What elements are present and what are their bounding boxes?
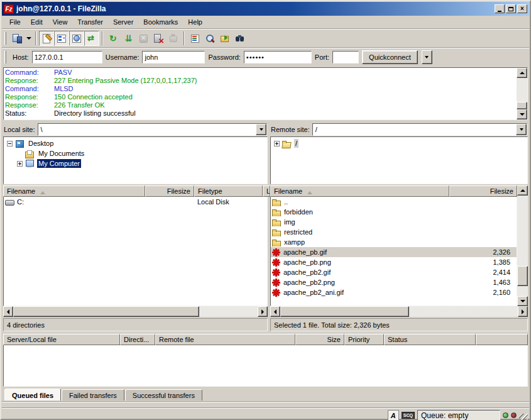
scroll-up-button[interactable] — [517, 185, 528, 196]
menu-view[interactable]: View — [48, 16, 73, 28]
tree-item-my-computer[interactable]: My Computer — [4, 158, 267, 169]
resize-grip[interactable] — [519, 414, 528, 420]
scrollbar-thumb[interactable] — [13, 306, 199, 317]
remote-file-row[interactable]: img — [271, 217, 517, 227]
toggle-queue-button[interactable] — [84, 31, 99, 46]
column-header-remote-file[interactable]: Remote file — [155, 334, 295, 345]
scroll-left-button[interactable] — [3, 306, 13, 317]
tree-item-desktop[interactable]: Desktop — [4, 138, 267, 148]
toggle-local-tree-button[interactable] — [54, 31, 69, 46]
remote-file-row[interactable]: apache_pb2.png 1,463 — [271, 277, 517, 287]
quickconnect-grip[interactable] — [4, 51, 6, 64]
remote-file-row[interactable]: restricted — [271, 227, 517, 237]
remote-file-row[interactable]: .. — [271, 197, 517, 207]
site-manager-dropdown[interactable] — [25, 31, 33, 46]
column-header-filename[interactable]: Filename — [270, 185, 449, 197]
scroll-left-button[interactable] — [270, 306, 280, 317]
toolbar-grip[interactable] — [4, 32, 6, 45]
tree-item-my-documents[interactable]: My Documents — [4, 148, 267, 158]
title-bar[interactable]: Fz john@127.0.0.1 - FileZilla × — [2, 2, 529, 16]
remote-file-row[interactable]: apache_pb2_ani.gif 2,160 — [271, 287, 517, 297]
column-header-server-local-file[interactable]: Server/Local file — [3, 334, 120, 345]
minimize-button[interactable] — [495, 4, 505, 13]
local-site-combo[interactable]: \ — [38, 123, 267, 136]
cancel-operation-button[interactable] — [136, 31, 151, 46]
tab-successful-transfers[interactable]: Successful transfers — [125, 389, 202, 401]
local-horizontal-scrollbar[interactable] — [3, 306, 268, 317]
log-vertical-scrollbar[interactable] — [517, 68, 527, 119]
menu-bookmarks[interactable]: Bookmarks — [138, 16, 183, 28]
refresh-button[interactable] — [106, 31, 121, 46]
scroll-down-button[interactable] — [517, 109, 527, 119]
menu-help[interactable]: Help — [183, 16, 207, 28]
remote-file-row[interactable]: forbidden — [271, 207, 517, 217]
sync-browsing-button[interactable] — [217, 31, 233, 46]
scroll-right-button[interactable] — [258, 306, 268, 317]
remote-file-row[interactable]: apache_pb.gif 2,326 — [271, 247, 517, 257]
remote-horizontal-scrollbar[interactable] — [270, 306, 528, 317]
speedlimit-indicator[interactable]: SCQ — [402, 412, 415, 419]
username-input[interactable] — [142, 51, 205, 64]
menu-edit[interactable]: Edit — [26, 16, 48, 28]
remote-site-combo-button[interactable] — [516, 124, 527, 135]
scrollbar-thumb[interactable] — [517, 102, 527, 109]
file-icon — [272, 238, 282, 246]
tree-item-root[interactable]: / — [271, 138, 527, 148]
transfer-type-indicator[interactable]: A — [388, 410, 399, 420]
scroll-up-button[interactable] — [517, 68, 527, 78]
toolbar-icon — [168, 33, 178, 43]
disconnect-button[interactable] — [151, 31, 166, 46]
remote-file-row[interactable]: apache_pb2.gif 2,414 — [271, 267, 517, 277]
expander-icon[interactable] — [17, 161, 23, 167]
local-site-combo-button[interactable] — [256, 124, 266, 135]
scroll-down-button[interactable] — [517, 296, 528, 306]
sort-ascending-icon — [307, 189, 312, 194]
column-header-filename[interactable]: Filename — [3, 185, 145, 197]
process-queue-button[interactable] — [121, 31, 136, 46]
remote-file-row[interactable]: xampp — [271, 237, 517, 247]
tab-failed-transfers[interactable]: Failed transfers — [62, 389, 124, 401]
file-name-cell: forbidden — [271, 208, 450, 216]
queue-list[interactable] — [3, 345, 528, 387]
filter-button[interactable] — [187, 31, 202, 46]
scrollbar-thumb[interactable] — [280, 306, 409, 317]
expander-icon[interactable] — [274, 141, 280, 146]
column-header-filetype[interactable]: Filetype — [194, 185, 263, 197]
column-header-filesize[interactable]: Filesize — [449, 185, 517, 197]
column-header-size[interactable]: Size — [295, 334, 344, 345]
log-line-text: MLSD — [54, 85, 74, 93]
chevron-down-icon — [260, 128, 263, 133]
expander-icon[interactable] — [7, 141, 13, 146]
remote-vertical-scrollbar[interactable] — [517, 185, 528, 306]
tab-queued-files[interactable]: Queued files — [4, 389, 61, 401]
search-button[interactable] — [202, 31, 217, 46]
column-header-filesize[interactable]: Filesize — [145, 185, 194, 197]
toggle-message-log-button[interactable] — [39, 31, 54, 46]
host-input[interactable] — [32, 51, 102, 64]
column-header-direction[interactable]: Directi... — [120, 334, 155, 345]
file-name: apache_pb2.gif — [283, 268, 331, 276]
menu-transfer[interactable]: Transfer — [72, 16, 108, 28]
remote-site-combo[interactable]: / — [312, 123, 527, 136]
column-header-filler — [476, 334, 528, 345]
column-header-status[interactable]: Status — [384, 334, 476, 345]
toggle-remote-tree-button[interactable] — [69, 31, 84, 46]
column-header-priority[interactable]: Priority — [344, 334, 384, 345]
chevron-down-icon — [520, 128, 523, 133]
quickconnect-dropdown[interactable] — [422, 50, 432, 64]
password-input[interactable] — [244, 51, 312, 64]
compare-directories-button[interactable] — [233, 31, 248, 46]
reconnect-button[interactable] — [166, 31, 181, 46]
file-name-cell: .. — [271, 198, 450, 206]
close-button[interactable]: × — [517, 4, 527, 13]
scrollbar-thumb[interactable] — [517, 266, 528, 286]
site-manager-button[interactable] — [9, 31, 25, 46]
maximize-button[interactable] — [506, 4, 516, 13]
scroll-right-button[interactable] — [518, 306, 528, 317]
menu-file[interactable]: File — [4, 16, 26, 28]
port-input[interactable] — [332, 51, 359, 64]
menu-server[interactable]: Server — [108, 16, 138, 28]
local-file-row[interactable]: C: Local Disk — [4, 197, 267, 207]
quickconnect-button[interactable]: Quickconnect — [362, 50, 418, 64]
remote-file-row[interactable]: apache_pb.png 1,385 — [271, 257, 517, 267]
